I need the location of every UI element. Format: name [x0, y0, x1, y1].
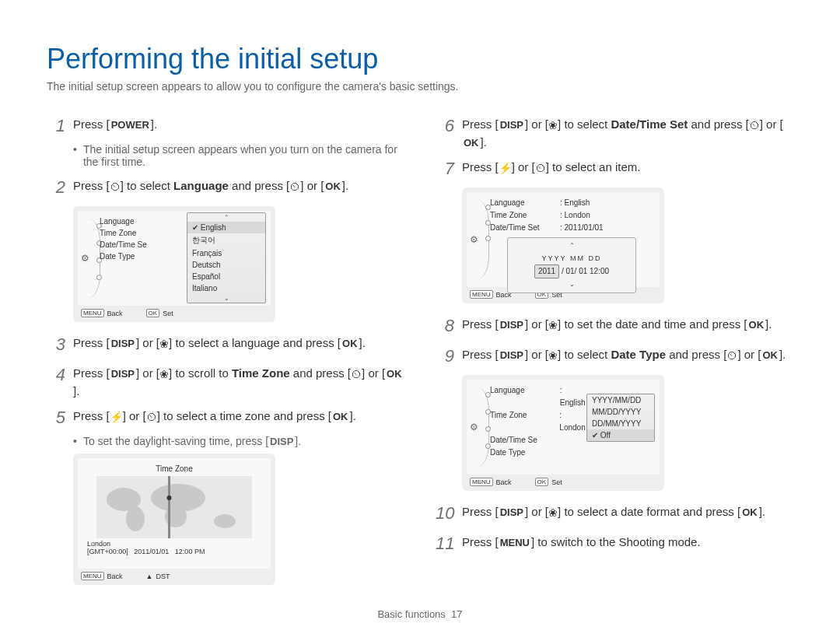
- datetype-dropdown: YYYY/MM/DD MM/DD/YYYY DD/MM/YYYY ✔ Off: [586, 394, 655, 442]
- menu-key-label: MENU: [81, 572, 104, 580]
- lcd-timezone: Time Zone: [73, 454, 275, 585]
- ok-key: OK: [331, 409, 350, 425]
- check-icon: ✔: [192, 223, 198, 232]
- menu-key: MENU: [499, 535, 531, 551]
- step-4: 4 Press [DISP] or [❀] to scroll to Time …: [47, 362, 404, 400]
- chevron-down-icon: ⌄: [509, 278, 634, 291]
- ok-key-label: OK: [146, 309, 160, 317]
- disp-key: DISP: [110, 366, 136, 382]
- menu-item: Date Type: [100, 250, 147, 262]
- macro-icon: ❀: [159, 338, 169, 349]
- ok-key: OK: [740, 505, 759, 520]
- step-1-bullet: • The initial setup screen appears when …: [73, 143, 404, 168]
- timer-icon: ⏲: [351, 369, 362, 380]
- dropdown-option: MM/DD/YYYY: [587, 406, 654, 418]
- ok-key: OK: [747, 317, 766, 333]
- dropdown-option: Español: [187, 271, 265, 282]
- menu-list: Language Time Zone Date/Time Se Date Typ…: [100, 215, 147, 262]
- dropdown-option: 한국어: [187, 233, 265, 247]
- step-11: 11 Press [MENU] to switch to the Shootin…: [436, 531, 793, 556]
- ok-key-label: OK: [535, 478, 549, 486]
- step-6: 6 Press [DISP] or [❀] to select Date/Tim…: [436, 113, 793, 151]
- dropdown-option: YYYY/MM/DD: [587, 394, 654, 406]
- lcd-language: ⚙ Language Time Zone Date/Time Se Date T…: [73, 206, 275, 322]
- svg-point-5: [214, 514, 236, 528]
- step-9: 9 Press [DISP] or [❀] to select Date Typ…: [436, 343, 793, 369]
- step-10: 10 Press [DISP] or [❀] to select a date …: [436, 500, 793, 526]
- timezone-title: Time Zone: [84, 463, 264, 473]
- page: Performing the initial setup The initial…: [0, 0, 840, 634]
- macro-icon: ❀: [548, 507, 558, 518]
- svg-rect-6: [168, 476, 170, 538]
- language-dropdown: ⌃ ✔ English 한국어 Français Deutsch Español…: [187, 212, 266, 303]
- menu-item: Time Zone: [100, 227, 147, 239]
- timezone-gmt: [GMT+00:00]: [87, 548, 128, 555]
- step-5-bullet: • To set the daylight-saving time, press…: [73, 435, 404, 447]
- menu-item: Language: [100, 215, 147, 227]
- date-entry-box: ⌃ YYYY MM DD 2011 / 01/ 01 12:00 ⌄: [507, 237, 636, 293]
- disp-key: DISP: [499, 348, 525, 363]
- step-5: 5 Press [⚡] or [⏲] to select a time zone…: [47, 405, 404, 430]
- step-3: 3 Press [DISP] or [❀] to select a langua…: [47, 331, 404, 357]
- ok-key: OK: [324, 179, 342, 194]
- menu-item: Date/Time Se: [100, 239, 147, 250]
- chevron-down-icon: ⌄: [187, 294, 265, 303]
- macro-icon: ❀: [548, 120, 558, 131]
- lcd-datetime: ⚙ Language: English Time Zone: London Da…: [462, 187, 664, 303]
- ok-key: OK: [385, 366, 404, 382]
- check-icon: ✔: [592, 431, 598, 440]
- timer-icon: ⏲: [289, 181, 300, 192]
- dropdown-option: Italiano: [187, 282, 265, 294]
- timer-icon: ⏲: [146, 412, 157, 422]
- disp-key: DISP: [499, 505, 525, 520]
- ok-key: OK: [462, 135, 481, 151]
- flash-icon: ⚡: [110, 412, 123, 422]
- macro-icon: ❀: [548, 350, 558, 361]
- disp-key: DISP: [268, 436, 295, 447]
- disp-key: DISP: [110, 336, 136, 352]
- flash-icon: ⚡: [499, 163, 512, 173]
- disp-key: DISP: [499, 317, 525, 333]
- menu-key-label: MENU: [470, 478, 493, 486]
- timer-icon: ⏲: [726, 350, 737, 361]
- disp-key: DISP: [499, 117, 525, 133]
- world-map: [96, 476, 252, 538]
- macro-icon: ❀: [159, 369, 169, 380]
- page-footer: Basic functions 17: [0, 608, 840, 620]
- macro-icon: ❀: [548, 320, 558, 331]
- ok-key: OK: [761, 348, 779, 363]
- chevron-up-icon: ⌃: [509, 240, 634, 252]
- page-title: Performing the initial setup: [47, 43, 793, 75]
- timezone-date: 2011/01/01: [134, 548, 169, 555]
- menu-key-label: MENU: [81, 309, 104, 317]
- svg-point-2: [126, 506, 145, 531]
- step-2: 2 Press [⏲] to select Language and press…: [47, 174, 404, 200]
- timezone-city: London: [87, 540, 261, 548]
- timezone-time: 12:00 PM: [175, 548, 205, 555]
- column-left: 1 Press [POWER]. • The initial setup scr…: [47, 113, 404, 594]
- timer-icon: ⏲: [535, 163, 546, 173]
- column-right: 6 Press [DISP] or [❀] to select Date/Tim…: [436, 113, 793, 594]
- timer-icon: ⏲: [110, 181, 121, 192]
- step-1: 1 Press [POWER].: [47, 113, 404, 138]
- dropdown-option: ✔ English: [187, 222, 265, 233]
- intro-text: The initial setup screen appears to allo…: [47, 80, 793, 93]
- svg-point-7: [167, 496, 172, 500]
- dropdown-option: Français: [187, 247, 265, 259]
- dropdown-option: DD/MM/YYYY: [587, 418, 654, 429]
- dropdown-option: Deutsch: [187, 259, 265, 271]
- step-8: 8 Press [DISP] or [❀] to set the date an…: [436, 313, 793, 338]
- up-icon: ▲: [146, 573, 153, 580]
- chevron-up-icon: ⌃: [187, 213, 265, 222]
- ok-key: OK: [341, 336, 359, 352]
- timer-icon: ⏲: [749, 120, 760, 131]
- power-key: POWER: [110, 117, 151, 133]
- lcd-datetype: ⚙ Language: English Time Zone: London Da…: [462, 375, 664, 491]
- step-7: 7 Press [⚡] or [⏲] to select an item.: [436, 156, 793, 181]
- dropdown-option: ✔ Off: [587, 429, 654, 441]
- year-field: 2011: [534, 264, 559, 278]
- columns: 1 Press [POWER]. • The initial setup scr…: [47, 113, 793, 594]
